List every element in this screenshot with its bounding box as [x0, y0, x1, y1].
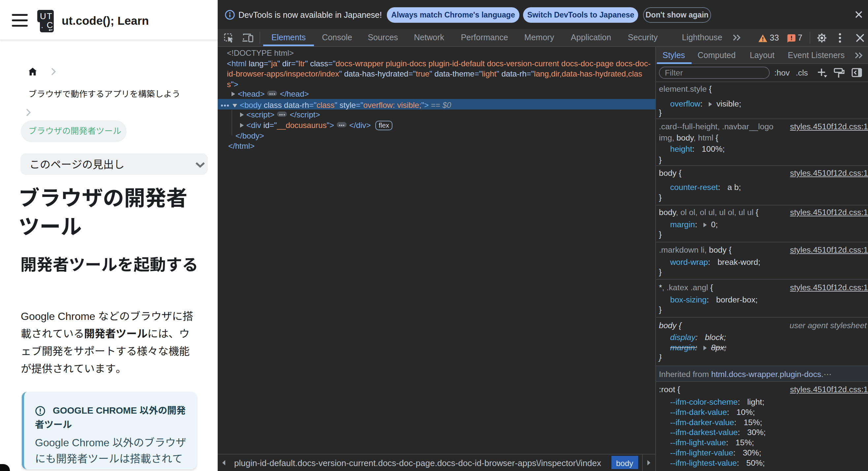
svg-text:.: . — [41, 21, 43, 29]
svg-text:U: U — [40, 11, 46, 21]
svg-text:C: C — [47, 20, 53, 30]
svg-text:T: T — [47, 11, 52, 21]
